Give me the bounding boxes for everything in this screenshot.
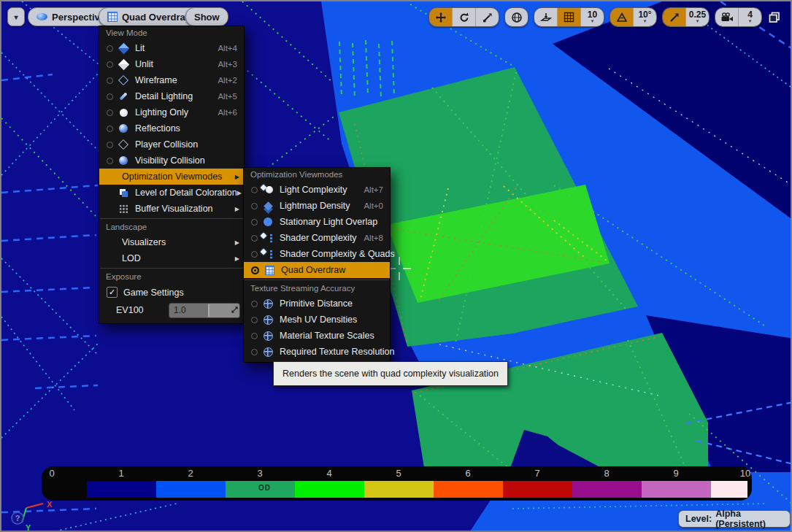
grid-snap-toggle[interactable] bbox=[558, 8, 581, 26]
wire-cube-icon bbox=[118, 139, 129, 150]
colorbar-tick: 8 bbox=[604, 468, 609, 479]
shader-complexity-quads-icon bbox=[262, 248, 274, 260]
submenu-item-required-texture-resolution[interactable]: Required Texture Resolution bbox=[244, 344, 390, 360]
submenu-item-shader-complexity[interactable]: Shader Complexity Alt+8 bbox=[244, 230, 390, 246]
submenu-item-shader-complexity-quads[interactable]: Shader Complexity & Quads bbox=[244, 246, 390, 262]
colorbar-tick: 0 bbox=[49, 468, 54, 479]
submenu-item-material-texture-scales[interactable]: Material Texture Scales bbox=[244, 328, 390, 344]
menu-item-lit[interactable]: Lit Alt+4 bbox=[99, 40, 244, 56]
menu-item-lighting-only[interactable]: Lighting Only Alt+6 bbox=[99, 104, 244, 120]
scale-snap-value-dropdown[interactable]: 0.25 ▾ bbox=[686, 8, 709, 26]
slider-handle[interactable] bbox=[208, 304, 209, 317]
maximize-viewport-button[interactable] bbox=[767, 9, 782, 26]
submenu-item-lightmap-density[interactable]: Lightmap Density Alt+0 bbox=[244, 198, 390, 214]
rotate-icon bbox=[458, 12, 470, 23]
radio-icon bbox=[107, 126, 113, 132]
rotation-snap-value-dropdown[interactable]: 10° ▾ bbox=[634, 8, 656, 26]
menu-item-player-collision[interactable]: Player Collision bbox=[99, 136, 244, 153]
checkbox-checked-icon[interactable]: ✓ bbox=[107, 287, 118, 298]
show-label: Show bbox=[194, 12, 220, 23]
viewport[interactable]: X Y ? 012345678910 OD Level: Alpha (Pers… bbox=[0, 0, 792, 532]
viewport-options-button[interactable]: ▾ bbox=[7, 7, 25, 26]
colorbar-tick: 1 bbox=[118, 468, 123, 479]
menu-item-lod[interactable]: LOD ▶ bbox=[99, 250, 244, 266]
ev100-row: EV100 1.0 bbox=[99, 301, 244, 320]
camera-speed-group: 4 ▾ bbox=[715, 7, 762, 27]
coord-system-group bbox=[504, 7, 528, 27]
game-settings-checkbox-row[interactable]: ✓ Game Settings bbox=[99, 284, 244, 301]
world-coordinate-button[interactable] bbox=[505, 8, 528, 26]
submenu-item-mesh-uv-densities[interactable]: Mesh UV Densities bbox=[244, 312, 390, 328]
move-tool-button[interactable] bbox=[429, 8, 453, 26]
colorbar-tick: 10 bbox=[740, 468, 750, 479]
colorbar-segment bbox=[572, 481, 642, 498]
scale-snap-icon bbox=[669, 12, 680, 23]
submenu-item-light-complexity[interactable]: Light Complexity Alt+7 bbox=[244, 182, 390, 198]
submenu-item-stationary-light-overlap[interactable]: Stationary Light Overlap bbox=[244, 214, 390, 230]
colorbar-tick: 5 bbox=[396, 468, 401, 479]
caret-down-icon: ▾ bbox=[644, 19, 647, 23]
caret-down-icon: ▾ bbox=[749, 19, 752, 23]
grid-snap-value-dropdown[interactable]: 10 ▾ bbox=[581, 8, 604, 26]
angle-snap-icon bbox=[616, 12, 628, 23]
streaming-accuracy-icon bbox=[262, 314, 274, 325]
colorbar-segment bbox=[295, 481, 364, 498]
maximize-icon bbox=[769, 12, 780, 23]
camera-speed-value-dropdown[interactable]: 4 ▾ bbox=[739, 8, 761, 26]
axis-x-label: X bbox=[47, 500, 53, 509]
menu-item-optimization-viewmodes[interactable]: Optimization Viewmodes ▶ bbox=[99, 169, 244, 185]
lit-cube-icon bbox=[118, 42, 129, 54]
radio-icon bbox=[251, 235, 258, 242]
submenu-arrow-icon: ▶ bbox=[235, 255, 239, 262]
level-badge-label: Level: bbox=[685, 514, 712, 524]
grid-snap-group: 10 ▾ bbox=[534, 7, 604, 27]
submenu-item-primitive-distance[interactable]: Primitive Distance bbox=[244, 296, 390, 312]
radio-icon bbox=[251, 219, 258, 225]
show-button[interactable]: Show bbox=[185, 7, 228, 26]
ev100-slider-input[interactable]: 1.0 bbox=[169, 303, 240, 318]
shader-complexity-icon bbox=[262, 232, 274, 244]
rotate-tool-button[interactable] bbox=[453, 8, 476, 26]
menu-item-visualizers[interactable]: Visualizers ▶ bbox=[99, 234, 244, 250]
tooltip: Renders the scene with quad complexity v… bbox=[273, 361, 508, 386]
quad-overdraw-icon bbox=[264, 264, 275, 276]
menu-item-unlit[interactable]: Unlit Alt+3 bbox=[99, 56, 244, 72]
light-complexity-icon bbox=[262, 184, 274, 196]
help-icon[interactable]: ? bbox=[12, 512, 23, 524]
colorbar-segment bbox=[364, 481, 434, 498]
rotation-snap-toggle[interactable] bbox=[610, 8, 634, 26]
optimization-viewmodes-submenu: Optimization Viewmodes Light Complexity … bbox=[243, 167, 391, 363]
menu-section-header: View Mode bbox=[99, 26, 244, 40]
radio-icon bbox=[251, 251, 258, 258]
sphere-icon bbox=[118, 123, 129, 134]
radio-icon bbox=[107, 142, 113, 148]
quad-overdraw-icon bbox=[107, 12, 118, 22]
submenu-item-quad-overdraw[interactable]: Quad Overdraw bbox=[244, 262, 390, 278]
level-badge: Level: Alpha (Persistent) bbox=[678, 510, 791, 528]
menu-item-detail-lighting[interactable]: Detail Lighting Alt+5 bbox=[99, 88, 244, 104]
scale-tool-button[interactable] bbox=[476, 8, 499, 26]
menu-item-buffer-visualization[interactable]: Buffer Visualization ▶ bbox=[99, 201, 244, 217]
colorbar-segment bbox=[642, 481, 711, 498]
submenu-arrow-icon: ▶ bbox=[235, 206, 239, 212]
menu-item-wireframe[interactable]: Wireframe Alt+2 bbox=[99, 72, 244, 88]
caret-down-icon: ▾ bbox=[696, 19, 699, 23]
ev100-value: 1.0 bbox=[169, 305, 186, 315]
surface-snap-button[interactable] bbox=[534, 8, 558, 26]
camera-icon bbox=[720, 12, 734, 23]
menu-item-visibility-collision[interactable]: Visibility Collision bbox=[99, 153, 244, 169]
bulb-icon bbox=[118, 107, 129, 118]
scale-snap-toggle[interactable] bbox=[663, 8, 686, 26]
colorbar-tick: 2 bbox=[188, 468, 193, 479]
move-icon bbox=[435, 12, 447, 23]
menu-item-lod-coloration[interactable]: Level of Detail Coloration ▶ bbox=[99, 185, 244, 201]
scale-snap-group: 0.25 ▾ bbox=[662, 7, 710, 27]
menu-separator bbox=[245, 280, 389, 280]
menu-item-reflections[interactable]: Reflections bbox=[99, 120, 244, 136]
grid-icon bbox=[564, 12, 574, 23]
colorbar-segment bbox=[711, 481, 747, 498]
colorbar-segment bbox=[87, 481, 156, 498]
menu-separator bbox=[100, 268, 243, 269]
radio-icon bbox=[251, 203, 258, 209]
camera-speed-button[interactable] bbox=[715, 8, 739, 26]
